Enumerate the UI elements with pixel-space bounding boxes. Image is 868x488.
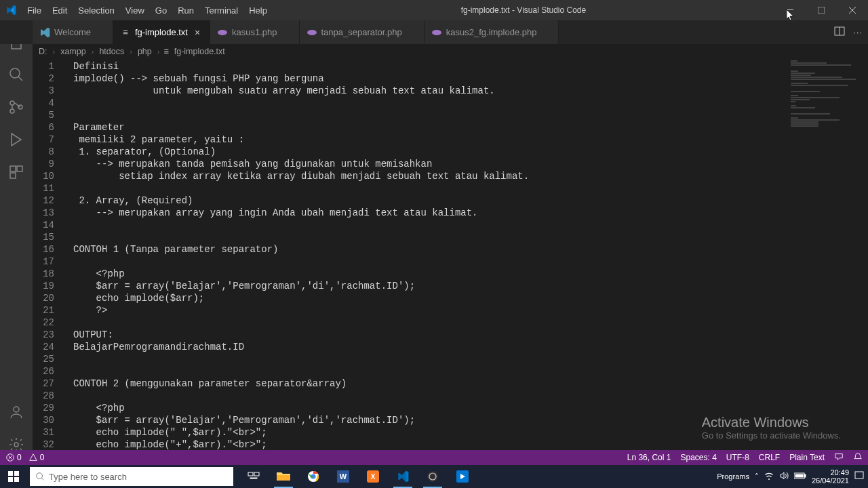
breadcrumb-segment[interactable]: D: — [37, 47, 49, 56]
word-icon[interactable]: W — [328, 465, 358, 488]
status-bar: 0 0 Ln 36, Col 1 Spaces: 4 UTF-8 CRLF Pl… — [0, 450, 868, 465]
tab-close-icon[interactable]: × — [192, 27, 203, 38]
svg-rect-1 — [818, 7, 825, 14]
system-tray[interactable]: Programs ˄ 20:49 26/04/2021 — [717, 468, 868, 485]
menu-help[interactable]: Help — [243, 0, 273, 20]
language-mode[interactable]: Plain Text — [789, 453, 825, 462]
tray-chevron-up-icon[interactable]: ˄ — [755, 472, 759, 481]
tray-clock[interactable]: 20:49 26/04/2021 — [812, 468, 849, 485]
svg-rect-17 — [8, 471, 13, 476]
run-debug-icon[interactable] — [0, 123, 33, 156]
minimize-button[interactable] — [774, 0, 806, 20]
notifications-icon[interactable] — [853, 452, 863, 464]
window-controls — [774, 0, 868, 20]
chevron-right-icon: › — [155, 47, 163, 56]
eol[interactable]: CRLF — [759, 453, 780, 462]
taskbar-search[interactable]: Type here to search — [30, 467, 233, 486]
extensions-icon[interactable] — [0, 156, 33, 188]
vscode-taskbar-icon[interactable] — [388, 465, 418, 488]
menu-run[interactable]: Run — [172, 0, 199, 20]
svg-rect-38 — [855, 472, 863, 479]
php-icon — [217, 27, 228, 38]
source-control-icon[interactable] — [0, 91, 33, 123]
tab-bar: Welcome × ≡ fg-implode.txt × kasus1.php … — [0, 20, 868, 44]
tray-notifications-icon[interactable] — [854, 471, 864, 482]
svg-rect-24 — [250, 478, 257, 479]
menu-terminal[interactable]: Terminal — [199, 0, 243, 20]
chrome-icon[interactable] — [298, 465, 328, 488]
menu-bar: File Edit Selection View Go Run Terminal… — [22, 0, 273, 20]
obs-icon[interactable] — [418, 465, 448, 488]
menu-go[interactable]: Go — [150, 0, 172, 20]
breadcrumb-file[interactable]: fg-implode.txt — [173, 47, 226, 56]
svg-rect-25 — [277, 475, 290, 481]
svg-rect-22 — [248, 472, 253, 476]
menu-edit[interactable]: Edit — [47, 0, 73, 20]
accounts-icon[interactable] — [0, 396, 33, 428]
windows-taskbar: Type here to search W X Programs ˄ 20:49… — [0, 465, 868, 488]
tab-label: fg-implode.txt — [135, 27, 188, 37]
cursor-position[interactable]: Ln 36, Col 1 — [627, 453, 671, 462]
feedback-icon[interactable] — [834, 452, 844, 464]
svg-rect-23 — [254, 472, 259, 476]
svg-point-11 — [218, 30, 227, 35]
breadcrumb-segment[interactable]: htdocs — [98, 47, 125, 56]
svg-rect-7 — [17, 166, 22, 171]
window-title: fg-implode.txt - Visual Studio Code — [273, 5, 774, 15]
svg-point-13 — [432, 30, 441, 35]
svg-rect-0 — [787, 9, 793, 10]
svg-point-4 — [10, 109, 14, 113]
titlebar: File Edit Selection View Go Run Terminal… — [0, 0, 868, 20]
text-file-icon: ≡ — [120, 27, 131, 38]
file-explorer-icon[interactable] — [269, 465, 298, 488]
svg-rect-19 — [8, 477, 13, 482]
tab-tanpa-separator[interactable]: tanpa_separator.php × — [300, 20, 425, 44]
svg-point-21 — [37, 473, 43, 479]
indentation[interactable]: Spaces: 4 — [680, 453, 716, 462]
svg-rect-6 — [10, 166, 16, 171]
tab-fg-implode[interactable]: ≡ fg-implode.txt × — [113, 20, 210, 44]
task-view-icon[interactable] — [239, 465, 269, 488]
svg-text:X: X — [371, 473, 376, 481]
tab-kasus2[interactable]: kasus2_fg.implode.php × — [425, 20, 559, 44]
split-editor-icon[interactable] — [834, 26, 845, 39]
svg-point-2 — [10, 68, 20, 78]
editor[interactable]: 1234567891011121314151617181920212223242… — [33, 59, 868, 465]
tab-kasus1[interactable]: kasus1.php × — [210, 20, 300, 44]
svg-rect-20 — [14, 477, 19, 482]
tray-volume-icon[interactable] — [779, 471, 789, 482]
breadcrumb[interactable]: D:› xampp› htdocs› php› ≡fg-implode.txt — [0, 44, 868, 59]
search-placeholder: Type here to search — [49, 472, 127, 482]
more-actions-icon[interactable]: ··· — [853, 27, 863, 37]
maximize-button[interactable] — [806, 0, 837, 20]
menu-selection[interactable]: Selection — [73, 0, 119, 20]
svg-rect-37 — [795, 474, 803, 477]
svg-point-12 — [307, 30, 317, 35]
problems-errors[interactable]: 0 — [5, 453, 22, 462]
chevron-right-icon: › — [50, 47, 58, 56]
tab-welcome[interactable]: Welcome × — [33, 20, 113, 44]
close-button[interactable] — [837, 0, 868, 20]
menu-file[interactable]: File — [22, 0, 47, 20]
xampp-icon[interactable]: X — [358, 465, 388, 488]
minimap[interactable] — [791, 60, 859, 196]
chevron-right-icon: › — [127, 47, 135, 56]
svg-rect-8 — [10, 173, 16, 178]
breadcrumb-segment[interactable]: xampp — [59, 47, 87, 56]
php-icon — [431, 27, 442, 38]
text-file-icon: ≡ — [163, 47, 168, 56]
tray-network-icon[interactable] — [764, 471, 774, 482]
video-app-icon[interactable] — [448, 465, 477, 488]
svg-rect-18 — [14, 471, 19, 476]
code-content[interactable]: Definisiimplode() --> sebuah fungsi PHP … — [73, 60, 787, 463]
svg-point-3 — [10, 101, 14, 105]
problems-warnings[interactable]: 0 — [28, 453, 45, 462]
chevron-right-icon: › — [89, 47, 97, 56]
encoding[interactable]: UTF-8 — [726, 453, 749, 462]
start-button[interactable] — [0, 465, 27, 488]
breadcrumb-segment[interactable]: php — [136, 47, 153, 56]
menu-view[interactable]: View — [120, 0, 150, 20]
svg-text:W: W — [340, 472, 347, 481]
search-icon[interactable] — [0, 58, 33, 91]
tray-battery-icon[interactable] — [794, 472, 806, 481]
